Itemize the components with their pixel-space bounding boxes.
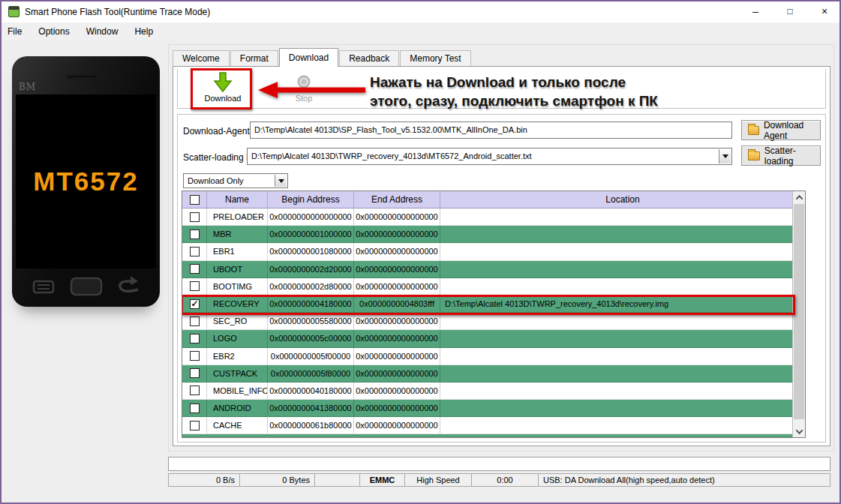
menu-window[interactable]: Window xyxy=(86,26,128,37)
row-checkbox[interactable] xyxy=(190,386,200,395)
row-checkbox[interactable] xyxy=(190,404,200,413)
download-tab-panel: Download Stop Нажать на Download и тольк… xyxy=(173,66,830,446)
table-row-mobile_info[interactable]: MOBILE_INFO0x00000000401800000x000000000… xyxy=(182,382,792,400)
header-location[interactable]: Location xyxy=(440,191,805,208)
location-path xyxy=(440,330,792,346)
begin-address: 0x0000000001000000 xyxy=(268,226,354,242)
row-select-cell xyxy=(182,417,207,434)
row-checkbox[interactable] xyxy=(190,264,200,274)
table-row-cache[interactable]: CACHE0x0000000061b800000x000000000000000… xyxy=(182,417,792,434)
row-checkbox[interactable] xyxy=(190,351,200,361)
row-checkbox[interactable] xyxy=(190,316,200,326)
menu-options[interactable]: Options xyxy=(38,26,78,37)
scatter-dropdown-arrow-icon[interactable] xyxy=(719,149,731,164)
table-row-logo[interactable]: LOGO0x0000000005c000000x0000000000000000 xyxy=(182,330,792,347)
scrollbar-thumb[interactable] xyxy=(794,204,804,419)
header-name[interactable]: Name xyxy=(207,191,268,208)
row-checkbox[interactable] xyxy=(190,421,200,430)
begin-address: 0x0000000041380000 xyxy=(268,400,354,416)
location-path: D:\Temp\Alcatel 4013D\TWRP_recovery_4013… xyxy=(440,296,792,312)
menu-help[interactable]: Help xyxy=(134,26,162,37)
download-group: Download-Agent D:\Temp\Alcatel 4013D\SP_… xyxy=(177,114,826,442)
close-button[interactable]: × xyxy=(809,2,839,22)
table-scrollbar[interactable] xyxy=(792,191,805,437)
table-row-partial xyxy=(182,434,792,438)
row-checkbox[interactable] xyxy=(190,334,200,344)
location-path xyxy=(440,417,792,434)
maximize-button[interactable]: □ xyxy=(775,2,805,22)
row-select-cell xyxy=(182,208,207,225)
partition-name: LOGO xyxy=(207,330,268,346)
location-path xyxy=(440,313,792,329)
menu-icon xyxy=(34,281,53,292)
location-path xyxy=(440,243,792,260)
menu-bar: File Options Window Help xyxy=(2,22,839,40)
window-title: Smart Phone Flash Tool(Runtime Trace Mod… xyxy=(25,2,210,22)
location-path xyxy=(440,208,792,225)
status-speed: 0 B/s xyxy=(169,474,240,486)
header-end-address[interactable]: End Address xyxy=(354,191,440,208)
table-row-bootimg[interactable]: BOOTIMG0x0000000002d800000x0000000000000… xyxy=(182,278,792,296)
table-row-sec_ro[interactable]: SEC_RO0x00000000055800000x00000000000000… xyxy=(182,313,792,330)
app-icon xyxy=(8,6,20,17)
row-checkbox[interactable] xyxy=(190,281,200,291)
row-checkbox[interactable] xyxy=(190,212,200,222)
table-row-preloader[interactable]: PRELOADER0x00000000000000000x00000000000… xyxy=(182,208,792,226)
end-address: 0x0000000004803fff xyxy=(354,296,440,312)
scroll-down-icon[interactable] xyxy=(793,425,805,437)
status-empty xyxy=(315,474,360,486)
begin-address: 0x0000000040180000 xyxy=(268,382,354,399)
tab-readback[interactable]: Readback xyxy=(339,50,399,67)
table-row-custpack[interactable]: CUSTPACK0x0000000005f800000x000000000000… xyxy=(182,365,792,382)
end-address: 0x0000000000000000 xyxy=(354,382,440,399)
begin-address: 0x0000000000000000 xyxy=(268,208,354,225)
download-mode-combobox[interactable]: Download Only xyxy=(183,173,288,188)
select-all-checkbox[interactable] xyxy=(190,195,200,205)
end-address: 0x0000000000000000 xyxy=(354,365,440,382)
download-agent-button[interactable]: Download Agent xyxy=(741,120,821,140)
mode-dropdown-arrow-icon[interactable] xyxy=(275,175,287,187)
scatter-file-value: D:\Temp\Alcatel 4013D\TWRP_recovery_4013… xyxy=(251,152,532,160)
table-row-ebr1[interactable]: EBR10x00000000010800000x0000000000000000 xyxy=(182,243,792,260)
end-address: 0x0000000000000000 xyxy=(354,313,440,329)
tab-format[interactable]: Format xyxy=(230,50,278,67)
annotation-line-2: этого, сразу, подключить смартфон к ПК xyxy=(370,92,658,110)
tab-welcome[interactable]: Welcome xyxy=(173,50,230,67)
tab-download[interactable]: Download xyxy=(279,48,338,67)
header-begin-address[interactable]: Begin Address xyxy=(268,191,354,208)
row-select-cell xyxy=(182,278,207,295)
table-row-mbr[interactable]: MBR0x00000000010000000x0000000000000000 xyxy=(182,226,792,243)
annotation-text: Нажать на Download и только после этого,… xyxy=(370,73,658,110)
row-select-cell xyxy=(182,400,207,416)
phone-screen: MT6572 xyxy=(16,94,156,268)
location-path xyxy=(440,365,792,382)
status-bytes: 0 Bytes xyxy=(240,474,315,486)
location-path xyxy=(440,278,792,295)
scroll-up-icon[interactable] xyxy=(793,191,805,203)
begin-address: 0x0000000002d20000 xyxy=(268,261,354,278)
download-agent-input[interactable]: D:\Temp\Alcatel 4013D\SP_Flash_Tool_v5.1… xyxy=(250,122,732,139)
scatter-file-combobox[interactable]: D:\Temp\Alcatel 4013D\TWRP_recovery_4013… xyxy=(247,148,732,165)
row-checkbox[interactable] xyxy=(190,247,200,256)
progress-bar xyxy=(168,457,830,471)
table-row-android[interactable]: ANDROID0x00000000413800000x0000000000000… xyxy=(182,400,792,417)
status-storage: EMMC xyxy=(360,474,405,486)
tab-memory-test[interactable]: Memory Test xyxy=(400,50,470,67)
phone-nav-buttons xyxy=(12,269,160,307)
row-checkbox[interactable] xyxy=(190,230,200,239)
row-select-cell xyxy=(182,296,207,312)
scatter-loading-button[interactable]: Scatter-loading xyxy=(741,146,821,166)
end-address: 0x0000000000000000 xyxy=(354,243,440,260)
row-checkbox[interactable] xyxy=(190,368,200,378)
table-row-recovery[interactable]: RECOVERY0x00000000041800000x000000000480… xyxy=(182,296,792,313)
minimize-button[interactable]: – xyxy=(740,2,770,22)
table-row-ebr2[interactable]: EBR20x0000000005f000000x0000000000000000 xyxy=(182,348,792,365)
location-path xyxy=(440,400,792,416)
toolbar: Download Stop Нажать на Download и тольк… xyxy=(177,69,826,109)
table-header: Name Begin Address End Address Location xyxy=(182,191,805,208)
row-select-cell xyxy=(182,365,207,382)
row-checkbox[interactable] xyxy=(190,299,200,309)
table-row-uboot[interactable]: UBOOT0x0000000002d200000x000000000000000… xyxy=(182,261,792,278)
menu-file[interactable]: File xyxy=(8,26,31,37)
scatter-loading-button-label: Scatter-loading xyxy=(764,146,820,166)
